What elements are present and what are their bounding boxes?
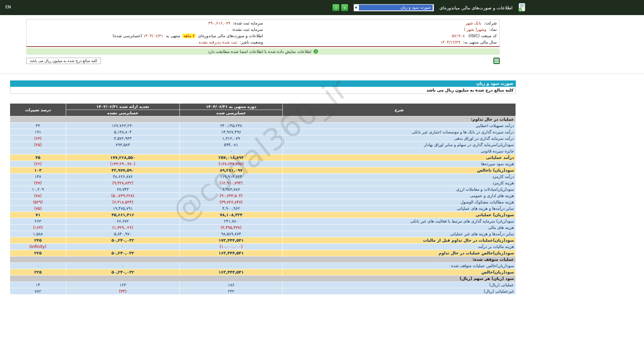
percent-change-value: ۰ bbox=[10, 263, 66, 269]
current-period-value: ۱,۳۱۲,۰۷۹ bbox=[180, 135, 283, 142]
current-period-value: ۱۶۳,۴۴۴,۵۴۱ bbox=[180, 269, 283, 276]
section-row: عملیات متوقف شده: bbox=[10, 256, 516, 263]
prior-period-value: (۱,۳۲۹,۰۲۶) bbox=[66, 225, 180, 231]
prior-period-value: ۴۳,۹۷۷,۵۹۰ bbox=[66, 167, 180, 174]
row-description: سود(زیان)خالص bbox=[283, 269, 516, 276]
table-row: هزینه کارمزد(۱۲,۹۱۰,۷۹۴)(۹,۴۲۸,۸۳۲)(۳۷) bbox=[10, 180, 516, 186]
statement-title-bar: صورت سود و زیان bbox=[10, 80, 516, 87]
row-description: هزینه مالیات بر درآمد bbox=[283, 244, 516, 250]
prior-period-value: ۴۵,۶۶۱,۴۱۶ bbox=[66, 212, 180, 218]
isic-value: ۵۷۱۹۰۸ bbox=[452, 34, 465, 38]
table-row: سود(زیان)عملیات در حال تداوم قبل از مالی… bbox=[10, 237, 516, 244]
prior-period-value: ۰ bbox=[66, 244, 180, 250]
row-description: سود(زیان)خالص عملیات متوقف شده bbox=[283, 263, 516, 269]
percent-change-value: ۱۹۱ bbox=[10, 129, 66, 135]
percent-change-value: (۳۷) bbox=[10, 180, 66, 186]
info-icon: i bbox=[314, 49, 318, 54]
row-description: سود(زیان)سرمایه گذاری در سهام و سایر اور… bbox=[283, 142, 516, 148]
table-row: سود(زیان)خالص۱۶۳,۴۴۴,۵۴۱۵۰,۲۴۰,۰۳۲۲۲۵ bbox=[10, 269, 516, 276]
table-row: سود(زیان) ناخالص۸۹,۳۸۱,۰۹۷۴۳,۹۷۷,۵۹۰۱۰۳ bbox=[10, 167, 516, 174]
current-period-value: ۲۳۲ bbox=[180, 288, 283, 295]
row-description: سایر درآمدها و هزینه های عملیاتی bbox=[283, 205, 516, 212]
prior-period-value: ۱۷۷,۲۶۸,۵۵۰ bbox=[66, 155, 180, 161]
row-description: هزینه مطالبات مشکوک الوصول bbox=[283, 199, 516, 205]
row-description: درآمد کارمزد bbox=[283, 174, 516, 180]
table-row: درآمد سرمایه گذاری در اوراق بدهی۱,۳۱۲,۰۷… bbox=[10, 135, 516, 142]
row-description: سود(زیان)مبادلات و معاملات ارزی bbox=[283, 186, 516, 193]
current-period-value: (۱۰,۰۰۰,۰۰۰) bbox=[180, 244, 283, 250]
table-row: درآمد تسهیلات اعطایي۲۴۰,۱۴۵,۲۳۸۱۶۷,۷۶۳,۲… bbox=[10, 123, 516, 129]
row-description: سود(زیان) عملیاتی bbox=[283, 212, 516, 218]
prior-period-value: ۰ bbox=[66, 148, 180, 155]
unregistered-capital-value: ۰ bbox=[227, 27, 229, 32]
row-description: سایر درآمدها و هزینه های غیر عملیاتی bbox=[283, 231, 516, 237]
percent-change-value: ۴۵ bbox=[10, 155, 66, 161]
unregistered-capital-row: سرمایه ثبت نشده: ۰ bbox=[29, 26, 263, 33]
symbol-label: نماد: bbox=[489, 27, 497, 32]
language-en-link[interactable]: EN bbox=[5, 5, 11, 9]
current-period-value: ۱۴,۹۶۷,۴۹۶ bbox=[180, 129, 283, 135]
row-description: سود(زیان)عملیات در حال تداوم قبل از مالی… bbox=[283, 237, 516, 244]
company-info-panel: شرکت: بانک شهر نماد: وشهر( شهر ) کد صنعت… bbox=[26, 19, 500, 47]
section-row: عملیات در حال تداوم: bbox=[10, 116, 516, 123]
signed-data-alert: i اطلاعات نمایش داده شده با اطلاعات امضا… bbox=[26, 48, 500, 55]
page: اطلاعات و صورت‌های مالی میاندوره‌ای صورت… bbox=[0, 0, 644, 296]
top-navigation-bar: اطلاعات و صورت‌های مالی میاندوره‌ای صورت… bbox=[0, 0, 644, 15]
percent-change-value: (۷۸) bbox=[10, 193, 66, 199]
prior-period-value: ۱۶۳ bbox=[66, 282, 180, 288]
registered-capital-label: سرمایه ثبت شده: bbox=[233, 21, 263, 25]
table-row: درآمد کارمزد۱۱۹,۹۱۳,۶۲۴۴۸,۶۲۶,۸۷۶۱۴۷ bbox=[10, 174, 516, 180]
page-title: اطلاعات و صورت‌های مالی میاندوره‌ای bbox=[439, 5, 513, 10]
table-row: غیرعملیاتی (ریال)۲۳۲(۳۴)۷۸۲ bbox=[10, 288, 516, 295]
percent-change-value: (۵۲۹) bbox=[10, 199, 66, 205]
excel-export-icon[interactable] bbox=[493, 58, 500, 64]
table-row: سود(زیان) سرمایه گذاری های مرتبط با فعال… bbox=[10, 218, 516, 225]
next-period-button[interactable]: › bbox=[332, 4, 339, 11]
header-current-audit-status: حسابرسی شده bbox=[180, 110, 283, 116]
company-info-right-column: شرکت: بانک شهر نماد: وشهر( شهر ) کد صنعت… bbox=[263, 20, 497, 46]
table-row: درآمد عملیاتی۲۵۷,۰۱۸,۸۹۴۱۷۷,۲۶۸,۵۵۰۴۵ bbox=[10, 155, 516, 161]
current-period-value: ۶,۹۸۳,۷۸۶ bbox=[180, 186, 283, 193]
row-description: درآمد تسهیلات اعطایي bbox=[283, 123, 516, 129]
header-description: شرح bbox=[283, 104, 516, 116]
row-description: سود(زیان) سرمایه گذاری های مرتبط با فعال… bbox=[283, 218, 516, 225]
section-label: سود (زیان) هر سهم (ریال) bbox=[10, 276, 516, 282]
fiscal-year-label: سال مالی منتهی به: bbox=[463, 40, 497, 45]
current-period-value: ۹۸,۵۸۹,۸۷۴ bbox=[180, 231, 283, 237]
current-period-value: ۰ bbox=[180, 263, 283, 269]
fiscal-year-row: سال مالی منتهی به: ۱۴۰۴/۱۲/۲۹ bbox=[263, 39, 497, 46]
report-prefix: اطلاعات و صورت‌های مالی میاندوره‌ای bbox=[198, 34, 263, 38]
publisher-status-row: وضعیت ناشر: ثبت شده پذیرفته نشده bbox=[29, 39, 263, 46]
prior-period-value: (۱۳۳,۲۹۰,۹۶۰) bbox=[66, 161, 180, 167]
percent-change-value: ۱,۵۸۸ bbox=[10, 231, 66, 237]
company-info-left-column: سرمایه ثبت شده: ۳۹۰,۶۱۶,۰۷۹ سرمایه ثبت ن… bbox=[29, 20, 263, 46]
row-description: عملیاتی (ریال) bbox=[283, 282, 516, 288]
row-description: درآمد سپرده گذاری در بانک ها و موسسات اع… bbox=[283, 129, 516, 135]
section-label: عملیات متوقف شده: bbox=[10, 256, 516, 263]
table-row: سایر درآمدها و هزینه های غیر عملیاتی۹۸,۵… bbox=[10, 231, 516, 237]
table-row: درآمد سپرده گذاری در بانک ها و موسسات اع… bbox=[10, 129, 516, 135]
prior-period-value: (۹,۴۲۸,۸۳۲) bbox=[66, 180, 180, 186]
table-row: عملیاتی (ریال)۱۸۶۱۶۳۱۴ bbox=[10, 282, 516, 288]
current-period-value: ۲۴۱,۷۸۰ bbox=[180, 218, 283, 225]
dropdown-selected-value: صورت سود و زیان bbox=[359, 5, 433, 10]
percent-change-value: (۲۵) bbox=[10, 142, 66, 148]
statement-unit-note: کلیه مبالغ درج شده به میلیون ریال می باش… bbox=[10, 87, 516, 94]
statement-section: صورت سود و زیان کلیه مبالغ درج شده به می… bbox=[10, 80, 516, 295]
current-period-value: ۴,۹۰۰,۹۶۲ bbox=[180, 205, 283, 212]
period-nav-buttons: ‹ › bbox=[332, 4, 348, 11]
table-row: سود(زیان)مبادلات و معاملات ارزی۶,۹۸۳,۷۸۶… bbox=[10, 186, 516, 193]
company-name-value: بانک شهر bbox=[466, 21, 481, 25]
prior-period-value: ۵۰,۲۴۰,۰۳۲ bbox=[66, 250, 180, 256]
table-row: هزینه سود سپرده‌ها(۱۶۷,۶۳۷,۷۹۷)(۱۳۳,۲۹۰,… bbox=[10, 161, 516, 167]
percent-change-value: (۲۶) bbox=[10, 161, 66, 167]
percent-change-value: ۷۱ bbox=[10, 212, 66, 218]
table-row: سود(زیان)خالص عملیات در حال تداوم۱۶۳,۴۴۴… bbox=[10, 250, 516, 256]
current-period-value: ۲۴۰,۱۴۵,۲۳۸ bbox=[180, 123, 283, 129]
statement-type-dropdown[interactable]: صورت سود و زیان ▼ bbox=[354, 4, 434, 11]
publisher-status-value: ثبت شده پذیرفته نشده bbox=[199, 40, 237, 45]
registered-capital-value: ۳۹۰,۶۱۶,۰۷۹ bbox=[208, 21, 230, 25]
row-description: درآمد عملیاتی bbox=[283, 155, 516, 161]
income-statement-table: شرح دوره منتهی به ۱۴۰۴/۰۶/۳۱ تجدید ارائه… bbox=[10, 103, 516, 295]
previous-period-button[interactable]: ‹ bbox=[341, 4, 348, 11]
